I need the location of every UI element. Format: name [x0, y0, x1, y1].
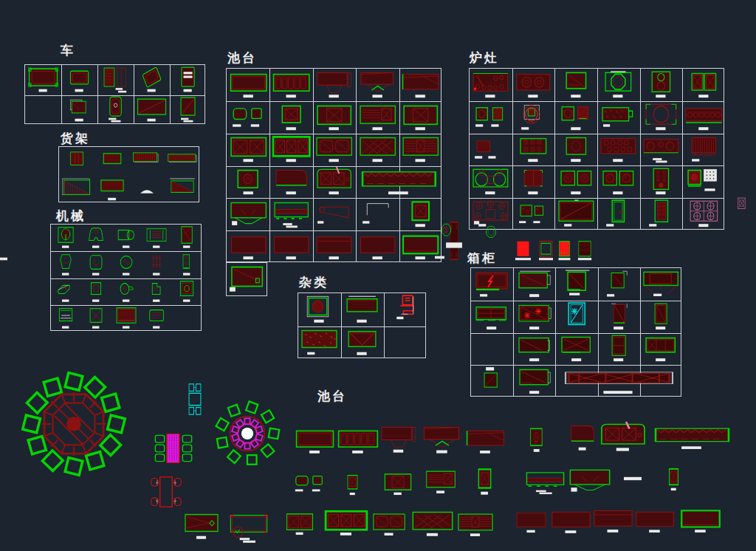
block-stove2green[interactable] — [472, 167, 509, 196]
block-basin2[interactable] — [315, 134, 353, 163]
block-doorTallDiag[interactable] — [600, 302, 637, 331]
block-counterHood[interactable] — [422, 425, 463, 455]
block-counterR[interactable] — [634, 507, 676, 534]
block-shelfVsm[interactable] — [61, 148, 92, 174]
block-tray[interactable] — [229, 264, 265, 295]
block-counterG[interactable] — [230, 70, 267, 99]
block-counterG2[interactable] — [680, 507, 721, 534]
block-counterR[interactable] — [359, 232, 396, 261]
block-stripesX[interactable] — [457, 511, 494, 538]
block-mechD[interactable] — [143, 225, 170, 250]
block-shelfSolidBase[interactable] — [97, 177, 128, 202]
block-door2red[interactable] — [515, 167, 552, 196]
block-cabLongX[interactable] — [563, 366, 675, 395]
block-mechG[interactable] — [83, 253, 109, 277]
block-doorSm[interactable] — [473, 366, 510, 395]
block-carMini[interactable] — [63, 96, 95, 123]
block-sink2[interactable] — [286, 511, 314, 536]
block-counterStripe[interactable] — [524, 470, 566, 495]
block-shelfMound[interactable] — [131, 177, 162, 202]
block-hexB[interactable] — [481, 225, 501, 242]
block-holes6red[interactable] — [599, 134, 637, 163]
block-redSolidSq[interactable] — [514, 241, 532, 261]
block-burnerRoundLg[interactable] — [642, 103, 680, 131]
block-counterRline[interactable] — [315, 232, 353, 261]
block-sink3[interactable] — [272, 134, 310, 163]
block-circlesDense[interactable] — [515, 134, 552, 163]
block-carPair[interactable] — [100, 66, 131, 93]
block-counterR[interactable] — [272, 232, 310, 261]
block-cornerBracket[interactable] — [359, 199, 396, 228]
block-sinkBoxSm[interactable] — [272, 103, 310, 131]
block-counterCircle[interactable] — [228, 513, 269, 544]
block-burner2x[interactable] — [557, 167, 595, 196]
block-shelfTriLg[interactable] — [61, 177, 92, 202]
block-whiteDash[interactable] — [435, 256, 444, 259]
block-carFrontSm[interactable] — [63, 66, 95, 93]
block-funnel[interactable] — [230, 199, 267, 228]
block-sink2[interactable] — [230, 134, 267, 163]
block-hatch2sm[interactable] — [515, 199, 552, 228]
block-cabDiag2[interactable] — [516, 366, 553, 395]
block-doorDiagSm[interactable] — [600, 270, 637, 298]
block-shelfVlong[interactable] — [167, 148, 198, 174]
block-washer[interactable] — [300, 295, 338, 324]
block-mechN[interactable] — [143, 279, 170, 304]
block-hatchSpout[interactable] — [599, 103, 637, 131]
block-cornerCounter[interactable] — [379, 425, 418, 454]
block-cornerCounter[interactable] — [315, 70, 353, 99]
block-hatchX[interactable] — [359, 134, 396, 163]
block-shelfV[interactable] — [131, 148, 162, 174]
block-sink1sm[interactable] — [664, 467, 684, 492]
block-burner2round[interactable] — [515, 70, 552, 99]
block-carTilt[interactable] — [136, 66, 168, 93]
block-burnerPanel[interactable] — [685, 167, 723, 196]
block-burner2vert[interactable] — [642, 70, 680, 99]
block-sink3[interactable] — [325, 509, 368, 537]
block-sink1sm[interactable] — [471, 467, 498, 496]
block-mechA[interactable] — [52, 225, 79, 250]
block-sink1[interactable] — [315, 103, 353, 131]
block-serrated[interactable] — [654, 424, 730, 451]
block-stripesSerr[interactable] — [685, 134, 723, 163]
block-whiteDash[interactable] — [624, 476, 642, 481]
block-stoolPair[interactable] — [230, 103, 267, 131]
block-cabWide[interactable] — [642, 270, 679, 298]
block-counterRlong[interactable] — [466, 427, 505, 455]
block-mechB[interactable] — [83, 225, 109, 250]
block-sinkHatch[interactable] — [425, 468, 456, 495]
block-mechK[interactable] — [52, 279, 79, 304]
block-sinkV[interactable] — [343, 327, 381, 357]
block-cyanDoor[interactable] — [558, 302, 595, 331]
block-mechM[interactable] — [113, 279, 140, 304]
block-counterRlong[interactable] — [402, 70, 439, 99]
block-counterStripe[interactable] — [272, 199, 310, 228]
block-serrated[interactable] — [361, 167, 437, 196]
block-cabX[interactable] — [558, 334, 595, 363]
block-carTop[interactable] — [100, 96, 131, 123]
block-trayDiag[interactable] — [183, 511, 220, 541]
block-counterG2[interactable] — [402, 232, 439, 261]
block-burnerSmPair[interactable] — [472, 103, 509, 131]
block-redBoxSm[interactable] — [472, 134, 509, 163]
block-carFront[interactable] — [27, 66, 59, 93]
block-mechL[interactable] — [143, 306, 170, 330]
block-counterLine[interactable] — [343, 295, 381, 324]
block-mechH[interactable] — [113, 253, 140, 277]
block-shelfSolid[interactable] — [97, 148, 128, 174]
block-sink2f[interactable] — [315, 167, 353, 196]
block-stripesX[interactable] — [402, 134, 439, 163]
block-counterHood[interactable] — [359, 70, 396, 99]
block-carDiag[interactable] — [172, 96, 204, 123]
block-doors5[interactable] — [272, 70, 310, 99]
block-panelDiag[interactable] — [557, 199, 595, 228]
block-cabCross[interactable] — [473, 302, 510, 331]
block-circleBox[interactable] — [230, 167, 267, 196]
block-sinkHatch[interactable] — [359, 103, 396, 131]
block-burnerGrip[interactable] — [515, 103, 552, 131]
block-circles3[interactable] — [642, 134, 680, 163]
block-doorTallGreen[interactable] — [599, 199, 637, 228]
block-cabTop[interactable] — [516, 270, 553, 298]
block-doorSplit[interactable] — [600, 334, 637, 363]
block-counterCorner2[interactable] — [568, 422, 597, 452]
